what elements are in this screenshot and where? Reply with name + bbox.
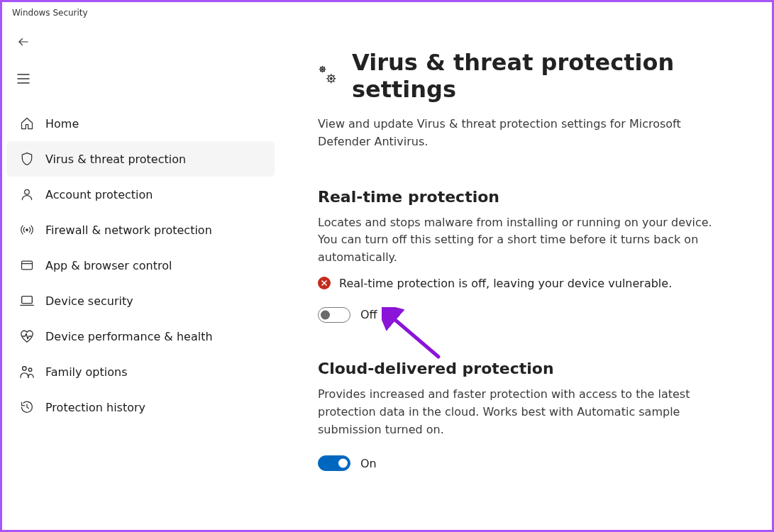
svg-point-23 xyxy=(330,77,332,79)
svg-line-20 xyxy=(320,71,321,72)
svg-rect-6 xyxy=(22,261,33,270)
section-cloud: Cloud-delivered protection Provides incr… xyxy=(318,360,733,471)
home-icon xyxy=(19,116,35,131)
cloud-toggle[interactable] xyxy=(318,455,350,471)
sidebar-item-family[interactable]: Family options xyxy=(6,354,275,389)
svg-point-5 xyxy=(26,229,28,231)
arrow-left-icon xyxy=(17,35,30,48)
sidebar-item-label: Account protection xyxy=(45,188,153,201)
svg-line-19 xyxy=(324,71,325,72)
section-title: Real-time protection xyxy=(318,188,733,206)
svg-rect-8 xyxy=(22,297,33,304)
back-button[interactable] xyxy=(9,28,38,56)
svg-line-18 xyxy=(320,67,321,67)
sidebar-item-label: Firewall & network protection xyxy=(45,223,212,237)
svg-line-28 xyxy=(328,75,329,77)
page-title: Virus & threat protection settings xyxy=(352,49,733,103)
person-icon xyxy=(19,187,35,202)
people-icon xyxy=(19,364,35,379)
main-content: Virus & threat protection settings View … xyxy=(279,21,772,530)
sidebar-item-label: Home xyxy=(45,117,79,131)
svg-point-10 xyxy=(23,367,26,370)
window-title: Windows Security xyxy=(2,2,772,21)
sidebar-item-appbrowser[interactable]: App & browser control xyxy=(6,248,275,283)
shield-icon xyxy=(19,151,35,167)
realtime-toggle[interactable] xyxy=(318,307,350,323)
sidebar-item-label: Device performance & health xyxy=(45,330,213,343)
section-description: Provides increased and faster protection… xyxy=(318,386,715,438)
nav-list: Home Virus & threat protection Account p… xyxy=(2,106,279,425)
sidebar-item-history[interactable]: Protection history xyxy=(6,389,275,425)
section-description: Locates and stops malware from installin… xyxy=(318,214,715,267)
laptop-icon xyxy=(19,293,35,309)
error-icon xyxy=(318,277,331,289)
window-icon xyxy=(19,257,35,273)
hamburger-button[interactable] xyxy=(9,65,38,93)
history-icon xyxy=(19,399,35,415)
section-realtime: Real-time protection Locates and stops m… xyxy=(318,188,733,323)
page-description: View and update Virus & threat protectio… xyxy=(318,116,715,151)
svg-line-31 xyxy=(333,75,335,77)
sidebar-item-firewall[interactable]: Firewall & network protection xyxy=(6,212,275,248)
warning-text: Real-time protection is off, leaving you… xyxy=(339,277,672,290)
sidebar-item-label: Protection history xyxy=(45,401,145,414)
menu-icon xyxy=(17,74,30,84)
section-title: Cloud-delivered protection xyxy=(318,360,733,377)
svg-line-29 xyxy=(333,81,335,82)
cloud-toggle-label: On xyxy=(360,457,377,470)
sidebar-item-label: Device security xyxy=(45,294,133,308)
svg-point-13 xyxy=(322,69,324,70)
svg-point-4 xyxy=(25,189,30,194)
sidebar-item-performance[interactable]: Device performance & health xyxy=(6,318,275,354)
sidebar-item-home[interactable]: Home xyxy=(6,106,275,141)
svg-point-11 xyxy=(28,368,32,372)
svg-line-21 xyxy=(324,67,325,67)
svg-line-30 xyxy=(328,81,329,82)
realtime-toggle-label: Off xyxy=(360,308,377,321)
antenna-icon xyxy=(19,222,35,238)
sidebar-item-account[interactable]: Account protection xyxy=(6,177,275,212)
sidebar-item-device[interactable]: Device security xyxy=(6,283,275,318)
warning-row: Real-time protection is off, leaving you… xyxy=(318,277,733,290)
sidebar-item-label: App & browser control xyxy=(45,259,172,272)
gears-icon xyxy=(318,65,339,87)
sidebar: Home Virus & threat protection Account p… xyxy=(2,21,279,530)
sidebar-item-virus[interactable]: Virus & threat protection xyxy=(6,141,275,177)
heart-pulse-icon xyxy=(19,328,35,344)
sidebar-item-label: Virus & threat protection xyxy=(45,153,186,166)
sidebar-item-label: Family options xyxy=(45,365,128,379)
